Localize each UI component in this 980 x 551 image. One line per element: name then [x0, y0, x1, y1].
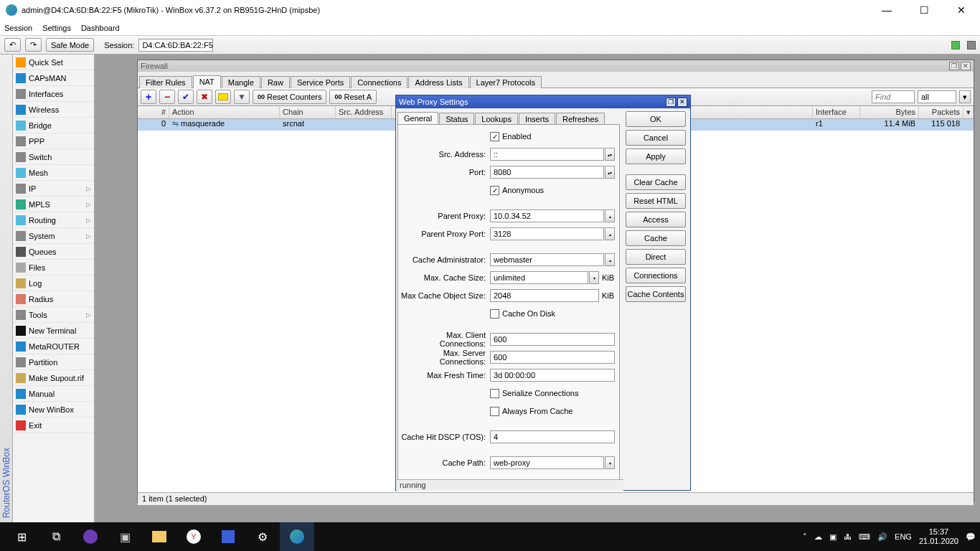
- session-value[interactable]: D4:CA:6D:BA:22:F5: [138, 39, 213, 52]
- proxy-close-button[interactable]: ✕: [677, 98, 687, 107]
- dscp-input[interactable]: 4: [490, 430, 615, 443]
- tray-language[interactable]: ENG: [895, 532, 912, 541]
- minimize-button[interactable]: —: [874, 4, 900, 16]
- taskbar-app-save-icon[interactable]: [211, 522, 245, 551]
- tray-clock[interactable]: 15:37 21.01.2020: [919, 527, 958, 546]
- tray-volume-icon[interactable]: 🔊: [877, 532, 887, 542]
- proxy-cache-button[interactable]: Cache: [626, 230, 686, 246]
- reset-all-counters-button[interactable]: 00Reset A: [329, 90, 377, 104]
- col-bytes[interactable]: Bytes: [860, 106, 919, 118]
- proxy-tab-refreshes[interactable]: Refreshes: [556, 113, 605, 125]
- firewall-tab-layer7-protocols[interactable]: Layer7 Protocols: [470, 76, 542, 88]
- cache-path-dd-icon[interactable]: ▾: [605, 456, 615, 469]
- col-menu-icon[interactable]: ▾: [963, 106, 974, 118]
- filter-dropdown-arrow-icon[interactable]: ▾: [959, 90, 971, 103]
- tray-keyboard-icon[interactable]: ⌨: [859, 532, 870, 542]
- taskbar-app-settings-icon[interactable]: ⚙: [245, 522, 280, 551]
- sidebar-item-ip[interactable]: IP▷: [13, 181, 94, 197]
- taskbar-app-terminal[interactable]: ▣: [108, 522, 142, 551]
- max-cache-obj-input[interactable]: 2048: [490, 289, 599, 302]
- col-interface[interactable]: Interface: [813, 106, 860, 118]
- proxy-reset-html-button[interactable]: Reset HTML: [626, 193, 686, 209]
- menu-settings[interactable]: Settings: [42, 24, 71, 32]
- sidebar-item-bridge[interactable]: Bridge: [13, 118, 94, 133]
- max-cache-size-dd-icon[interactable]: ▾: [589, 271, 599, 284]
- firewall-tab-mangle[interactable]: Mangle: [222, 76, 260, 88]
- col-action[interactable]: Action: [169, 106, 280, 118]
- proxy-restore-button[interactable]: ❐: [666, 98, 676, 107]
- safe-mode-button[interactable]: Safe Mode: [46, 38, 94, 52]
- proxy-clear-cache-button[interactable]: Clear Cache: [626, 174, 686, 190]
- port-spinner-icon[interactable]: ▴▾: [605, 166, 615, 179]
- serialize-conn-checkbox[interactable]: [490, 389, 499, 398]
- filter-button[interactable]: ▼: [234, 90, 250, 104]
- parent-proxy-port-toggle-icon[interactable]: ▴: [605, 227, 615, 240]
- proxy-tab-lookups[interactable]: Lookups: [475, 113, 518, 125]
- sidebar-item-log[interactable]: Log: [13, 276, 94, 291]
- proxy-connections-button[interactable]: Connections: [626, 268, 686, 283]
- filter-dropdown[interactable]: all: [918, 90, 956, 103]
- disable-rule-button[interactable]: ✖: [197, 90, 212, 104]
- max-cache-size-input[interactable]: unlimited: [490, 271, 588, 284]
- firewall-tab-address-lists[interactable]: Address Lists: [408, 76, 468, 88]
- cache-path-input[interactable]: web-proxy: [490, 456, 604, 469]
- firewall-window-header[interactable]: Firewall ❐ ✕: [138, 60, 974, 72]
- sidebar-item-tools[interactable]: Tools▷: [13, 307, 94, 323]
- parent-proxy-port-input[interactable]: 3128: [490, 227, 604, 240]
- find-input[interactable]: [872, 90, 915, 103]
- src-address-input[interactable]: ::: [490, 148, 604, 161]
- sidebar-item-interfaces[interactable]: Interfaces: [13, 86, 94, 102]
- parent-proxy-toggle-icon[interactable]: ▴: [605, 209, 615, 222]
- proxy-direct-button[interactable]: Direct: [626, 249, 686, 265]
- sidebar-item-ppp[interactable]: PPP: [13, 133, 94, 149]
- firewall-tab-connections[interactable]: Connections: [351, 76, 407, 88]
- proxy-apply-button[interactable]: Apply: [626, 149, 686, 164]
- tray-battery-icon[interactable]: ▣: [829, 532, 837, 542]
- web-proxy-header[interactable]: Web Proxy Settings ❐ ✕: [396, 95, 690, 108]
- sidebar-item-mesh[interactable]: Mesh: [13, 165, 94, 181]
- firewall-tab-service-ports[interactable]: Service Ports: [291, 76, 350, 88]
- firewall-tab-nat[interactable]: NAT: [193, 75, 221, 88]
- cache-admin-toggle-icon[interactable]: ▴: [605, 253, 615, 266]
- task-view-button[interactable]: ⧉: [39, 522, 73, 551]
- proxy-access-button[interactable]: Access: [626, 212, 686, 227]
- always-from-cache-checkbox[interactable]: [490, 407, 499, 416]
- sidebar-item-routing[interactable]: Routing▷: [13, 212, 94, 228]
- menu-dashboard[interactable]: Dashboard: [81, 24, 120, 32]
- col-src-address[interactable]: Src. Address: [336, 106, 392, 118]
- tray-chevron-up-icon[interactable]: ˄: [803, 532, 807, 542]
- proxy-tab-general[interactable]: General: [397, 112, 438, 125]
- sidebar-item-quick-set[interactable]: Quick Set: [13, 55, 94, 70]
- sidebar-item-new-terminal[interactable]: New Terminal: [13, 323, 94, 339]
- cache-admin-input[interactable]: webmaster: [490, 253, 604, 266]
- redo-button[interactable]: ↷: [25, 38, 42, 52]
- firewall-tab-filter-rules[interactable]: Filter Rules: [139, 76, 192, 88]
- col-num[interactable]: #: [138, 106, 169, 118]
- col-packets[interactable]: Packets: [919, 106, 963, 118]
- sidebar-item-manual[interactable]: Manual: [13, 386, 94, 402]
- sidebar-item-capsman[interactable]: CAPsMAN: [13, 70, 94, 86]
- max-server-conn-input[interactable]: 600: [490, 351, 615, 364]
- sidebar-item-system[interactable]: System▷: [13, 228, 94, 244]
- sidebar-item-switch[interactable]: Switch: [13, 149, 94, 165]
- sidebar-item-mpls[interactable]: MPLS▷: [13, 197, 94, 212]
- sidebar-item-wireless[interactable]: Wireless: [13, 102, 94, 118]
- proxy-ok-button[interactable]: OK: [626, 111, 686, 127]
- max-fresh-time-input[interactable]: 3d 00:00:00: [490, 369, 615, 382]
- anonymous-checkbox[interactable]: ✓: [490, 186, 499, 195]
- menu-session[interactable]: Session: [4, 24, 32, 32]
- sidebar-item-queues[interactable]: Queues: [13, 244, 94, 260]
- col-chain[interactable]: Chain: [280, 106, 336, 118]
- port-input[interactable]: 8080: [490, 166, 604, 179]
- undo-button[interactable]: ↶: [4, 38, 21, 52]
- proxy-cancel-button[interactable]: Cancel: [626, 130, 686, 146]
- sidebar-item-make-supout-rif[interactable]: Make Supout.rif: [13, 370, 94, 386]
- taskbar-app-1[interactable]: [73, 522, 108, 551]
- max-client-conn-input[interactable]: 600: [490, 333, 615, 346]
- add-rule-button[interactable]: +: [141, 90, 156, 104]
- firewall-tab-raw[interactable]: Raw: [261, 76, 290, 88]
- sidebar-item-files[interactable]: Files: [13, 260, 94, 276]
- proxy-tab-status[interactable]: Status: [439, 113, 474, 125]
- taskbar-app-yandex[interactable]: Y: [176, 522, 211, 551]
- sidebar-item-exit[interactable]: Exit: [13, 418, 94, 433]
